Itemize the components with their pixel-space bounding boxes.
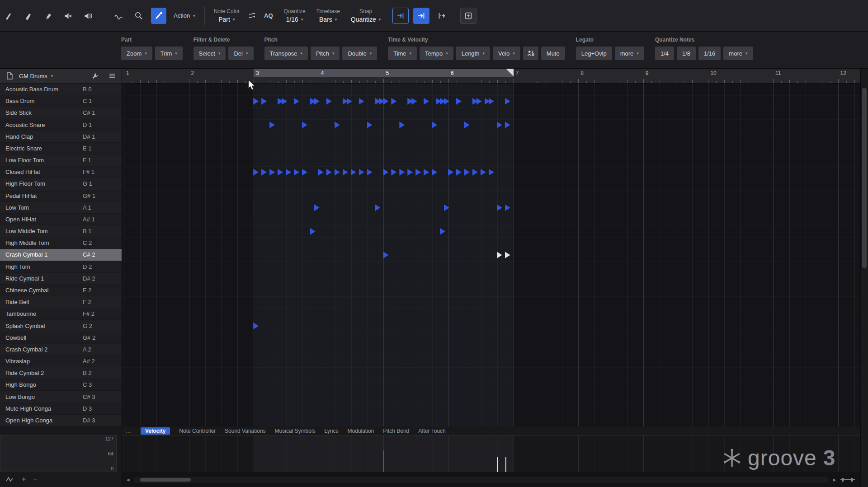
- del-button[interactable]: Del▾: [228, 47, 253, 60]
- drum-map-preset-dropdown[interactable]: GM Drums ▾: [19, 73, 90, 80]
- pencil-tool-icon[interactable]: [24, 11, 33, 21]
- drum-row[interactable]: Electric SnareE 1: [0, 143, 122, 155]
- note-color-dropdown[interactable]: Note Color Part▾: [214, 8, 240, 23]
- time-button[interactable]: Time▾: [388, 47, 417, 60]
- leg-ovlp-button[interactable]: Leg+Ovlp: [576, 47, 612, 60]
- transpose-button[interactable]: Transpose▾: [264, 47, 308, 60]
- pitch-button[interactable]: Pitch▾: [311, 47, 340, 60]
- mute-tool-icon[interactable]: [63, 11, 73, 21]
- listen-tool-icon[interactable]: [83, 11, 93, 21]
- snap-mode-button[interactable]: [434, 8, 449, 24]
- drum-row[interactable]: VibraslapA# 2: [0, 356, 122, 367]
- part-region-header[interactable]: [254, 69, 513, 77]
- drum-row[interactable]: High TomD 2: [0, 261, 122, 273]
- drum-row[interactable]: Low TomA 1: [0, 202, 122, 214]
- transform-tool-button[interactable]: [111, 8, 127, 24]
- tab-pitch-bend[interactable]: Pitch Bend: [383, 428, 409, 434]
- tab-modulation[interactable]: Modulation: [348, 428, 374, 434]
- drum-row[interactable]: Splash CymbalG 2: [0, 320, 122, 332]
- horizontal-scrollbar-thumb[interactable]: [140, 478, 191, 482]
- grid-settings-button[interactable]: [460, 8, 476, 24]
- zoom-button[interactable]: Zoom▾: [121, 47, 152, 60]
- drum-row[interactable]: Side StickC# 1: [0, 107, 122, 119]
- drum-row[interactable]: Ride Cymbal 2B 2: [0, 367, 122, 379]
- vertical-scrollbar[interactable]: [860, 69, 868, 487]
- scroll-left-icon[interactable]: ◀: [125, 478, 131, 482]
- drum-row[interactable]: High BongoC 3: [0, 379, 122, 391]
- paint-tool-button[interactable]: [151, 8, 166, 24]
- drum-row[interactable]: Hand ClapD# 1: [0, 131, 122, 143]
- velocity-stem[interactable]: [383, 450, 384, 472]
- drum-row[interactable]: Low Middle TomB 1: [0, 225, 122, 237]
- drum-row[interactable]: Closed HiHatF# 1: [0, 166, 122, 178]
- action-dropdown[interactable]: Action▾: [171, 8, 198, 24]
- eraser-tool-icon[interactable]: [43, 11, 53, 21]
- autoscroll-button[interactable]: [392, 8, 409, 24]
- zoom-tool-button[interactable]: [131, 8, 146, 24]
- tempo-button[interactable]: Tempo▾: [420, 47, 453, 60]
- velo-button[interactable]: Velo▾: [493, 47, 520, 60]
- drum-row[interactable]: TambourineF# 2: [0, 308, 122, 320]
- 1-4-button[interactable]: 1/4: [655, 47, 674, 60]
- drum-row[interactable]: Open HiHatA# 1: [0, 214, 122, 225]
- vertical-scrollbar-thumb[interactable]: [862, 88, 867, 268]
- drum-row[interactable]: Ride BellF 2: [0, 296, 122, 308]
- mute-button[interactable]: Mute: [541, 47, 565, 60]
- tab-lyrics[interactable]: Lyrics: [325, 428, 339, 434]
- note-grid[interactable]: [122, 84, 860, 426]
- velocity-stem[interactable]: [505, 457, 506, 472]
- drum-row[interactable]: Crash Cymbal 1C# 2: [0, 249, 122, 261]
- 1-16-button[interactable]: 1/16: [698, 47, 721, 60]
- humanize-velocity-button[interactable]: [523, 47, 538, 60]
- drum-row[interactable]: Ride Cymbal 1D# 2: [0, 273, 122, 285]
- aq-button[interactable]: AQ: [264, 12, 273, 19]
- remove-lane-button[interactable]: −: [33, 475, 37, 483]
- file-icon[interactable]: [5, 71, 14, 81]
- tabs-overflow-button[interactable]: …: [126, 428, 132, 434]
- horizontal-zoom-control[interactable]: [838, 477, 858, 482]
- double-button[interactable]: Double▾: [342, 47, 377, 60]
- drum-row[interactable]: CowbellG# 2: [0, 332, 122, 344]
- wrench-icon[interactable]: [90, 71, 100, 81]
- drum-row[interactable]: Mute High CongaD 3: [0, 403, 122, 415]
- grid-line: [428, 84, 429, 426]
- drum-row[interactable]: Acoustic SnareD 1: [0, 119, 122, 131]
- drum-row[interactable]: High Floor TomG 1: [0, 178, 122, 190]
- snap-dropdown[interactable]: Snap Quantize▾: [351, 8, 381, 23]
- drum-row[interactable]: Pedal HiHatG# 1: [0, 190, 122, 202]
- drum-row[interactable]: Open High CongaD# 3: [0, 415, 122, 426]
- drum-row[interactable]: Low Floor TomF 1: [0, 155, 122, 166]
- list-menu-icon[interactable]: [107, 71, 117, 81]
- timebase-dropdown[interactable]: Timebase Bars▾: [316, 8, 340, 23]
- tab-velocity[interactable]: Velocity: [141, 427, 170, 435]
- playhead[interactable]: [248, 69, 248, 472]
- trim-button[interactable]: Trim▾: [155, 47, 183, 60]
- 1-8-button[interactable]: 1/8: [677, 47, 696, 60]
- quantize-dropdown[interactable]: Quantize 1/16▾: [284, 8, 306, 23]
- add-lane-button[interactable]: +: [22, 475, 26, 483]
- drum-row[interactable]: Chinese CymbalE 2: [0, 285, 122, 296]
- drum-row[interactable]: Crash Cymbal 2A 2: [0, 344, 122, 356]
- drum-row[interactable]: Acoustic Bass DrumB 0: [0, 84, 122, 95]
- tab-sound-variations[interactable]: Sound Variations: [225, 428, 266, 434]
- tab-after-touch[interactable]: After Touch: [418, 428, 445, 434]
- grid-line: [481, 435, 481, 472]
- scroll-right-icon[interactable]: ▶: [831, 478, 838, 482]
- horizontal-scrollbar[interactable]: [134, 477, 829, 483]
- pen-tool-icon[interactable]: [4, 11, 14, 21]
- more-button[interactable]: more▾: [615, 47, 644, 60]
- velocity-lines-icon[interactable]: [247, 11, 257, 21]
- select-button[interactable]: Select▾: [193, 47, 226, 60]
- tab-note-controller[interactable]: Note Controller: [179, 428, 216, 434]
- more-button[interactable]: more▾: [723, 47, 753, 60]
- timeline-ruler[interactable]: 123456789101112: [122, 69, 860, 84]
- length-button[interactable]: Length▾: [456, 47, 490, 60]
- drum-row[interactable]: High Middle TomC 2: [0, 237, 122, 249]
- velocity-stem[interactable]: [497, 457, 498, 472]
- drum-row[interactable]: Bass DrumC 1: [0, 95, 122, 107]
- drum-row[interactable]: Low BongoC# 3: [0, 391, 122, 403]
- tab-musical-symbols[interactable]: Musical Symbols: [275, 428, 316, 434]
- follow-playhead-button[interactable]: [413, 8, 429, 24]
- curve-icon[interactable]: [5, 474, 14, 484]
- chevron-down-icon: ▾: [51, 74, 53, 78]
